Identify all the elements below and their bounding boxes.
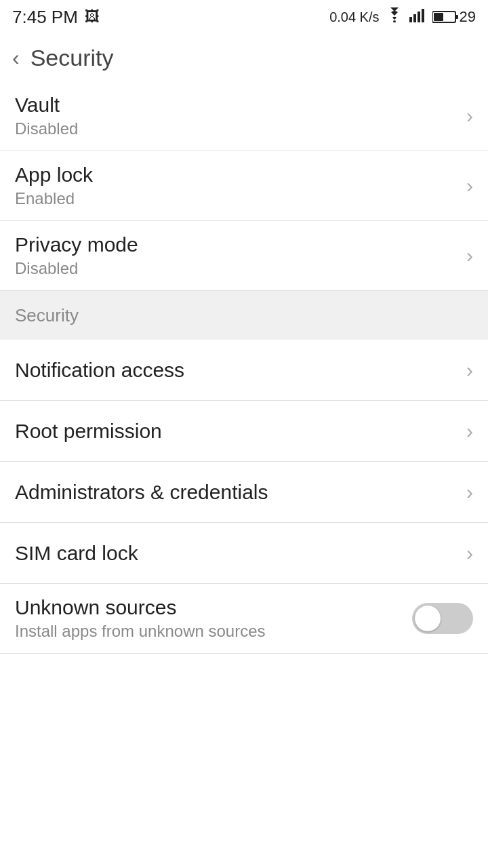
sim-card-lock-chevron-icon: › [466,542,473,565]
applock-title: App lock [15,163,93,186]
vault-title: Vault [15,94,78,117]
notification-access-item[interactable]: Notification access › [0,340,488,401]
unknown-sources-toggle-track[interactable] [412,603,473,634]
back-button[interactable]: ‹ [12,47,20,68]
root-permission-chevron-icon: › [466,420,473,443]
svg-rect-6 [455,15,458,19]
privacy-mode-chevron-icon: › [466,244,473,267]
security-section-label: Security [15,305,79,326]
privacy-mode-content: Privacy mode Disabled [15,233,138,278]
vault-item-content: Vault Disabled [15,94,78,138]
svg-rect-2 [413,14,416,22]
applock-chevron-icon: › [466,174,473,197]
admins-credentials-content: Administrators & credentials [15,481,268,504]
root-permission-title: Root permission [15,420,162,443]
svg-rect-3 [418,12,420,22]
svg-rect-4 [422,9,424,22]
signal-icon [409,7,427,26]
vault-subtitle: Disabled [15,119,78,138]
status-icons: 0.04 K/s 29 [329,7,476,26]
svg-rect-1 [409,17,412,22]
battery-level: 29 [460,8,476,26]
vault-chevron-icon: › [466,104,473,127]
svg-rect-7 [434,13,443,21]
vault-item[interactable]: Vault Disabled › [0,81,488,151]
applock-item-content: App lock Enabled [15,163,93,208]
privacy-mode-subtitle: Disabled [15,259,138,278]
notification-access-chevron-icon: › [466,359,473,382]
privacy-mode-item[interactable]: Privacy mode Disabled › [0,221,488,291]
battery-icon: 29 [432,8,476,26]
page-title: Security [30,45,114,71]
privacy-mode-title: Privacy mode [15,233,138,256]
wifi-icon [385,7,404,26]
applock-subtitle: Enabled [15,189,93,208]
notification-access-title: Notification access [15,359,184,382]
sim-card-lock-item[interactable]: SIM card lock › [0,523,488,584]
applock-item[interactable]: App lock Enabled › [0,151,488,221]
sim-card-lock-content: SIM card lock [15,542,138,565]
root-permission-item[interactable]: Root permission › [0,401,488,462]
admins-credentials-item[interactable]: Administrators & credentials › [0,462,488,523]
unknown-sources-content: Unknown sources Install apps from unknow… [15,596,266,641]
security-section-header: Security [0,291,488,340]
time-display: 7:45 PM [12,7,78,28]
status-bar: 7:45 PM 🖼 0.04 K/s [0,0,488,34]
image-icon: 🖼 [85,8,100,26]
unknown-sources-subtitle: Install apps from unknown sources [15,622,266,641]
svg-point-0 [393,20,396,22]
admins-credentials-chevron-icon: › [466,481,473,504]
unknown-sources-toggle-knob [415,606,441,631]
admins-credentials-title: Administrators & credentials [15,481,268,504]
data-speed: 0.04 K/s [329,9,379,25]
top-bar: ‹ Security [0,34,488,81]
unknown-sources-title: Unknown sources [15,596,266,619]
status-time: 7:45 PM 🖼 [12,7,100,28]
unknown-sources-item[interactable]: Unknown sources Install apps from unknow… [0,584,488,654]
notification-access-content: Notification access [15,359,184,382]
sim-card-lock-title: SIM card lock [15,542,138,565]
root-permission-content: Root permission [15,420,162,443]
unknown-sources-toggle[interactable] [412,603,473,634]
